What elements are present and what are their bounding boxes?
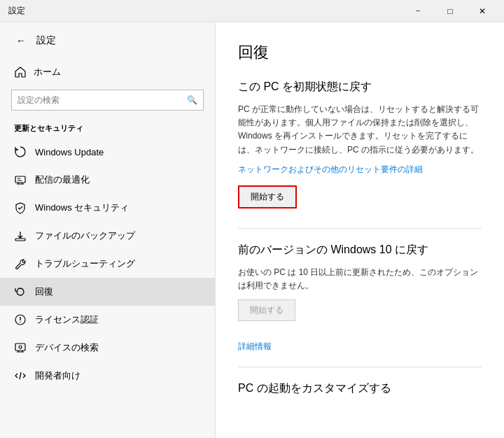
sidebar-item-home[interactable]: ホーム bbox=[0, 59, 215, 85]
main-content: 回復 この PC を初期状態に戻す PC が正常に動作していない場合は、リセット… bbox=[216, 22, 504, 438]
search-icon: 🔍 bbox=[187, 95, 197, 105]
license-icon bbox=[14, 313, 27, 326]
window-controls: － □ ✕ bbox=[402, 0, 498, 22]
sidebar-item-delivery-optimization[interactable]: 配信の最適化 bbox=[0, 166, 215, 194]
delivery-icon bbox=[14, 174, 27, 186]
shield-icon bbox=[14, 202, 27, 214]
minimize-button[interactable]: － bbox=[402, 0, 434, 22]
section3-title: PC の起動をカスタマイズする bbox=[238, 381, 482, 396]
sidebar-item-recovery[interactable]: 回復 bbox=[0, 278, 215, 306]
recovery-label: 回復 bbox=[35, 285, 53, 298]
home-label: ホーム bbox=[34, 66, 61, 78]
section2-title: 前のバージョンの Windows 10 に戻す bbox=[238, 243, 482, 257]
back-button[interactable]: ← bbox=[11, 31, 31, 50]
section2-description: お使いの PC は 10 日以上前に更新されたため、このオプションは利用できませ… bbox=[238, 266, 482, 292]
sidebar-item-backup[interactable]: ファイルのバックアップ bbox=[0, 222, 215, 250]
reset-pc-button[interactable]: 開始する bbox=[238, 185, 297, 209]
section2-details-link[interactable]: 詳細情報 bbox=[238, 341, 482, 353]
search-input[interactable] bbox=[18, 95, 187, 105]
developer-icon bbox=[14, 369, 27, 382]
sidebar-item-find-device[interactable]: デバイスの検索 bbox=[0, 334, 215, 362]
svg-rect-0 bbox=[15, 176, 25, 183]
app-container: ← 設定 ホーム 🔍 更新とセキュリティ Windows bbox=[0, 22, 504, 438]
windows-security-label: Windows セキュリティ bbox=[35, 202, 129, 214]
svg-rect-1 bbox=[15, 239, 25, 241]
page-title: 回復 bbox=[238, 42, 482, 63]
section1-title: この PC を初期状態に戻す bbox=[238, 80, 482, 94]
delivery-label: 配信の最適化 bbox=[35, 174, 90, 186]
update-icon bbox=[14, 146, 27, 158]
sidebar-item-developer[interactable]: 開発者向け bbox=[0, 362, 215, 390]
svg-point-4 bbox=[19, 346, 22, 348]
section-go-back: 前のバージョンの Windows 10 に戻す お使いの PC は 10 日以上… bbox=[238, 243, 482, 321]
backup-label: ファイルのバックアップ bbox=[35, 229, 135, 242]
close-button[interactable]: ✕ bbox=[466, 0, 498, 22]
section1-description: PC が正常に動作していない場合は、リセットすると解決する可能性があります。個人… bbox=[238, 103, 482, 157]
section-label: 更新とセキュリティ bbox=[0, 118, 215, 138]
section-customize-boot: PC の起動をカスタマイズする bbox=[238, 381, 482, 396]
sidebar-item-troubleshoot[interactable]: トラブルシューティング bbox=[0, 250, 215, 278]
svg-rect-3 bbox=[15, 344, 25, 351]
recovery-icon bbox=[14, 285, 27, 298]
title-bar: 設定 － □ ✕ bbox=[0, 0, 504, 22]
sidebar-header: ← 設定 bbox=[0, 22, 215, 59]
sidebar-title: 設定 bbox=[36, 34, 56, 47]
wrench-icon bbox=[14, 257, 27, 270]
sidebar-item-windows-update[interactable]: Windows Update bbox=[0, 138, 215, 166]
go-back-button: 開始する bbox=[238, 299, 295, 321]
search-box[interactable]: 🔍 bbox=[11, 90, 204, 111]
sidebar-item-license[interactable]: ライセンス認証 bbox=[0, 306, 215, 334]
divider1 bbox=[238, 228, 482, 229]
troubleshoot-label: トラブルシューティング bbox=[35, 257, 135, 270]
find-device-label: デバイスの検索 bbox=[35, 341, 99, 354]
divider2 bbox=[238, 367, 482, 367]
sidebar: ← 設定 ホーム 🔍 更新とセキュリティ Windows bbox=[0, 22, 216, 438]
developer-label: 開発者向け bbox=[35, 369, 80, 382]
backup-icon bbox=[14, 229, 27, 242]
section-reset-pc: この PC を初期状態に戻す PC が正常に動作していない場合は、リセットすると… bbox=[238, 80, 482, 209]
license-label: ライセンス認証 bbox=[35, 313, 99, 326]
window-title: 設定 bbox=[8, 5, 402, 17]
home-icon bbox=[14, 66, 27, 78]
sidebar-item-windows-security[interactable]: Windows セキュリティ bbox=[0, 194, 215, 222]
windows-update-label: Windows Update bbox=[35, 147, 104, 157]
section1-link[interactable]: ネットワークおよびその他のリセット要件の詳細 bbox=[238, 164, 482, 176]
maximize-button[interactable]: □ bbox=[434, 0, 466, 22]
find-device-icon bbox=[14, 341, 27, 354]
